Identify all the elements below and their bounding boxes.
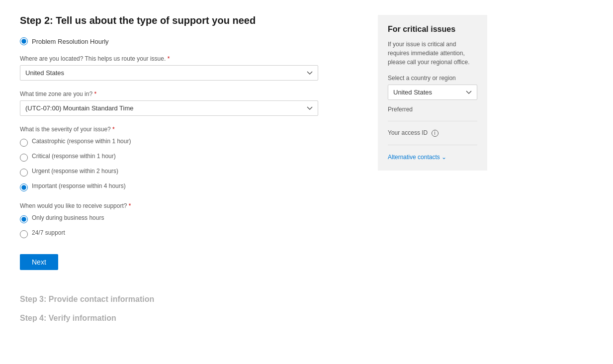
location-required-marker: * [168, 55, 170, 62]
severity-important-radio[interactable] [20, 183, 28, 191]
severity-critical-label[interactable]: Critical (response within 1 hour) [32, 153, 116, 160]
severity-critical[interactable]: Critical (response within 1 hour) [20, 153, 358, 163]
chevron-down-icon: ⌄ [441, 154, 446, 161]
next-button[interactable]: Next [20, 254, 58, 270]
severity-catastrophic-radio[interactable] [20, 139, 28, 147]
main-content: Step 2: Tell us about the type of suppor… [20, 15, 358, 349]
severity-important[interactable]: Important (response within 4 hours) [20, 182, 358, 192]
sidebar-divider [388, 121, 477, 121]
timezone-required-marker: * [94, 91, 96, 97]
support-type-radio[interactable] [20, 37, 28, 45]
severity-urgent-label[interactable]: Urgent (response within 2 hours) [32, 168, 118, 175]
sidebar-description: If your issue is critical and requires i… [388, 40, 477, 67]
sidebar-country-label: Select a country or region [388, 75, 477, 82]
support-business-hours[interactable]: Only during business hours [20, 214, 358, 224]
step2-title: Step 2: Tell us about the type of suppor… [20, 15, 358, 26]
support-time-required-marker: * [129, 202, 131, 209]
severity-urgent-radio[interactable] [20, 169, 28, 177]
support-247-radio[interactable] [20, 230, 28, 238]
severity-required-marker: * [112, 126, 115, 133]
severity-catastrophic[interactable]: Catastrophic (response within 1 hour) [20, 138, 358, 148]
support-247[interactable]: 24/7 support [20, 229, 358, 239]
support-type-option[interactable]: Problem Resolution Hourly [20, 37, 358, 45]
support-type-label[interactable]: Problem Resolution Hourly [32, 38, 109, 45]
step3-label: Step 3: Provide contact information [20, 295, 358, 304]
severity-group: What is the severity of your issue? * Ca… [20, 126, 358, 192]
support-time-radio-group: Only during business hours 24/7 support [20, 214, 358, 239]
info-icon[interactable]: i [432, 130, 438, 137]
severity-critical-radio[interactable] [20, 154, 28, 162]
alternative-contacts-link[interactable]: Alternative contacts ⌄ [388, 154, 446, 161]
location-group: Where are you located? This helps us rou… [20, 55, 358, 81]
step4-label: Step 4: Verify information [20, 314, 358, 323]
sidebar-divider2 [388, 145, 477, 145]
timezone-label: What time zone are you in? * [20, 91, 358, 97]
sidebar-preferred: Preferred [388, 106, 477, 113]
sidebar-title: For critical issues [388, 25, 477, 34]
business-hours-radio[interactable] [20, 215, 28, 223]
sidebar-country-select[interactable]: United States Canada United Kingdom Germ… [388, 85, 477, 100]
location-label: Where are you located? This helps us rou… [20, 55, 358, 62]
sidebar: For critical issues If your issue is cri… [378, 15, 487, 171]
timezone-group: What time zone are you in? * (UTC-12:00)… [20, 91, 358, 116]
severity-radio-group: Catastrophic (response within 1 hour) Cr… [20, 138, 358, 192]
sidebar-access-id: Your access ID i [388, 129, 477, 137]
severity-catastrophic-label[interactable]: Catastrophic (response within 1 hour) [32, 138, 131, 145]
support-247-label[interactable]: 24/7 support [32, 229, 65, 236]
severity-important-label[interactable]: Important (response within 4 hours) [32, 182, 126, 189]
support-time-group: When would you like to receive support? … [20, 202, 358, 239]
support-time-label: When would you like to receive support? … [20, 202, 358, 209]
severity-label: What is the severity of your issue? * [20, 126, 358, 133]
severity-urgent[interactable]: Urgent (response within 2 hours) [20, 168, 358, 178]
location-select[interactable]: United States Canada United Kingdom Germ… [20, 65, 318, 81]
timezone-select[interactable]: (UTC-12:00) International Date Line West… [20, 100, 318, 116]
business-hours-label[interactable]: Only during business hours [32, 214, 104, 221]
